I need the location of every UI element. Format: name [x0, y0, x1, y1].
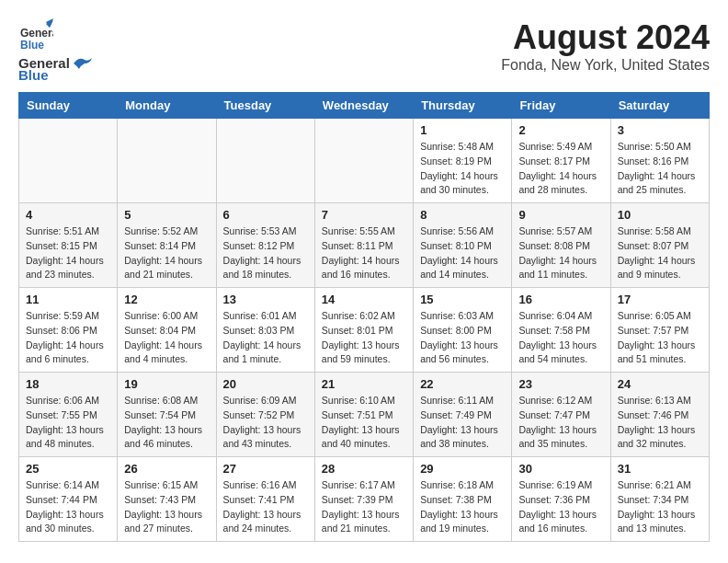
calendar-cell: 11 Sunrise: 5:59 AMSunset: 8:06 PMDaylig…	[19, 288, 118, 373]
calendar-cell: 21 Sunrise: 6:10 AMSunset: 7:51 PMDaylig…	[314, 373, 413, 457]
calendar-cell: 7 Sunrise: 5:55 AMSunset: 8:11 PMDayligh…	[314, 203, 413, 288]
week-row-4: 25 Sunrise: 6:14 AMSunset: 7:44 PMDaylig…	[19, 457, 710, 542]
calendar-cell: 20 Sunrise: 6:09 AMSunset: 7:52 PMDaylig…	[216, 373, 314, 457]
calendar-cell: 1 Sunrise: 5:48 AMSunset: 8:19 PMDayligh…	[414, 119, 512, 203]
page-subtitle: Fonda, New York, United States	[501, 57, 710, 74]
calendar-cell: 10 Sunrise: 5:58 AMSunset: 8:07 PMDaylig…	[610, 203, 709, 288]
title-block: August 2024 Fonda, New York, United Stat…	[501, 18, 710, 74]
calendar-cell: 26 Sunrise: 6:15 AMSunset: 7:43 PMDaylig…	[118, 457, 216, 542]
day-info: Sunrise: 6:04 AMSunset: 7:58 PMDaylight:…	[518, 310, 597, 364]
day-number: 29	[420, 462, 505, 476]
day-number: 6	[223, 208, 308, 222]
calendar-cell: 4 Sunrise: 5:51 AMSunset: 8:15 PMDayligh…	[19, 203, 118, 288]
calendar-cell: 5 Sunrise: 5:52 AMSunset: 8:14 PMDayligh…	[118, 203, 216, 288]
calendar-cell: 12 Sunrise: 6:00 AMSunset: 8:04 PMDaylig…	[118, 288, 216, 373]
day-number: 25	[26, 462, 110, 476]
day-info: Sunrise: 6:10 AMSunset: 7:51 PMDaylight:…	[322, 395, 400, 449]
day-info: Sunrise: 5:55 AMSunset: 8:11 PMDaylight:…	[322, 225, 400, 280]
calendar-cell: 2 Sunrise: 5:49 AMSunset: 8:17 PMDayligh…	[512, 119, 610, 203]
calendar-cell	[314, 119, 413, 203]
calendar-cell	[118, 119, 216, 203]
calendar-cell: 6 Sunrise: 5:53 AMSunset: 8:12 PMDayligh…	[216, 203, 314, 288]
day-number: 3	[618, 123, 702, 137]
day-header-saturday: Saturday	[610, 93, 709, 119]
day-number: 16	[518, 293, 603, 306]
calendar-cell: 23 Sunrise: 6:12 AMSunset: 7:47 PMDaylig…	[512, 373, 610, 457]
day-info: Sunrise: 6:08 AMSunset: 7:54 PMDaylight:…	[124, 395, 202, 449]
day-info: Sunrise: 5:50 AMSunset: 8:16 PMDaylight:…	[618, 141, 696, 195]
calendar-cell: 15 Sunrise: 6:03 AMSunset: 8:00 PMDaylig…	[414, 288, 512, 373]
day-number: 19	[124, 377, 209, 391]
day-info: Sunrise: 6:06 AMSunset: 7:55 PMDaylight:…	[26, 395, 104, 449]
day-number: 27	[223, 462, 308, 476]
day-info: Sunrise: 6:03 AMSunset: 8:00 PMDaylight:…	[420, 310, 498, 364]
day-info: Sunrise: 5:57 AMSunset: 8:08 PMDaylight:…	[518, 225, 597, 280]
day-info: Sunrise: 6:05 AMSunset: 7:57 PMDaylight:…	[618, 310, 696, 364]
calendar-cell	[19, 119, 118, 203]
day-info: Sunrise: 5:52 AMSunset: 8:14 PMDaylight:…	[124, 225, 202, 280]
calendar-cell: 28 Sunrise: 6:17 AMSunset: 7:39 PMDaylig…	[314, 457, 413, 542]
calendar-cell: 22 Sunrise: 6:11 AMSunset: 7:49 PMDaylig…	[414, 373, 512, 457]
calendar-cell: 30 Sunrise: 6:19 AMSunset: 7:36 PMDaylig…	[512, 457, 610, 542]
day-number: 15	[420, 293, 505, 306]
day-info: Sunrise: 6:18 AMSunset: 7:38 PMDaylight:…	[420, 479, 498, 534]
day-number: 11	[26, 293, 110, 306]
calendar-cell: 8 Sunrise: 5:56 AMSunset: 8:10 PMDayligh…	[414, 203, 512, 288]
calendar-cell: 19 Sunrise: 6:08 AMSunset: 7:54 PMDaylig…	[118, 373, 216, 457]
calendar-cell: 17 Sunrise: 6:05 AMSunset: 7:57 PMDaylig…	[610, 288, 709, 373]
calendar-cell: 24 Sunrise: 6:13 AMSunset: 7:46 PMDaylig…	[610, 373, 709, 457]
day-info: Sunrise: 5:51 AMSunset: 8:15 PMDaylight:…	[26, 225, 104, 280]
svg-text:Blue: Blue	[20, 39, 44, 52]
day-number: 24	[618, 377, 702, 391]
day-number: 14	[322, 293, 406, 306]
day-info: Sunrise: 6:12 AMSunset: 7:47 PMDaylight:…	[518, 395, 597, 449]
calendar-cell: 13 Sunrise: 6:01 AMSunset: 8:03 PMDaylig…	[216, 288, 314, 373]
calendar-cell: 29 Sunrise: 6:18 AMSunset: 7:38 PMDaylig…	[414, 457, 512, 542]
calendar-cell: 18 Sunrise: 6:06 AMSunset: 7:55 PMDaylig…	[19, 373, 118, 457]
calendar-cell: 25 Sunrise: 6:14 AMSunset: 7:44 PMDaylig…	[19, 457, 118, 542]
day-number: 26	[124, 462, 209, 476]
day-number: 8	[420, 208, 505, 222]
logo-blue: Blue	[18, 67, 49, 83]
logo: General Blue General Blue	[18, 18, 94, 83]
calendar-cell	[216, 119, 314, 203]
week-row-1: 4 Sunrise: 5:51 AMSunset: 8:15 PMDayligh…	[19, 203, 710, 288]
day-number: 20	[223, 377, 308, 391]
day-number: 5	[124, 208, 209, 222]
day-info: Sunrise: 6:13 AMSunset: 7:46 PMDaylight:…	[618, 395, 696, 449]
week-row-3: 18 Sunrise: 6:06 AMSunset: 7:55 PMDaylig…	[19, 373, 710, 457]
day-number: 1	[420, 123, 505, 137]
day-number: 28	[322, 462, 406, 476]
day-header-tuesday: Tuesday	[216, 93, 314, 119]
day-info: Sunrise: 6:16 AMSunset: 7:41 PMDaylight:…	[223, 479, 301, 534]
day-header-monday: Monday	[118, 93, 216, 119]
day-info: Sunrise: 5:49 AMSunset: 8:17 PMDaylight:…	[518, 141, 597, 195]
day-number: 18	[26, 377, 110, 391]
day-info: Sunrise: 5:59 AMSunset: 8:06 PMDaylight:…	[26, 310, 104, 364]
logo-bird-icon	[72, 56, 92, 71]
day-info: Sunrise: 5:58 AMSunset: 8:07 PMDaylight:…	[618, 225, 696, 280]
day-info: Sunrise: 6:17 AMSunset: 7:39 PMDaylight:…	[322, 479, 400, 534]
day-header-friday: Friday	[512, 93, 610, 119]
day-number: 13	[223, 293, 308, 306]
day-header-wednesday: Wednesday	[314, 93, 413, 119]
day-header-sunday: Sunday	[19, 93, 118, 119]
calendar-cell: 14 Sunrise: 6:02 AMSunset: 8:01 PMDaylig…	[314, 288, 413, 373]
day-number: 10	[618, 208, 702, 222]
calendar-cell: 3 Sunrise: 5:50 AMSunset: 8:16 PMDayligh…	[610, 119, 709, 203]
day-info: Sunrise: 5:53 AMSunset: 8:12 PMDaylight:…	[223, 225, 301, 280]
day-info: Sunrise: 6:21 AMSunset: 7:34 PMDaylight:…	[618, 479, 696, 534]
day-number: 9	[518, 208, 603, 222]
day-number: 4	[26, 208, 110, 222]
calendar-cell: 27 Sunrise: 6:16 AMSunset: 7:41 PMDaylig…	[216, 457, 314, 542]
page-title: August 2024	[501, 18, 710, 57]
day-header-thursday: Thursday	[414, 93, 512, 119]
day-info: Sunrise: 6:11 AMSunset: 7:49 PMDaylight:…	[420, 395, 498, 449]
day-number: 23	[518, 377, 603, 391]
svg-text:General: General	[20, 27, 53, 40]
day-info: Sunrise: 5:48 AMSunset: 8:19 PMDaylight:…	[420, 141, 498, 195]
day-number: 7	[322, 208, 406, 222]
day-info: Sunrise: 6:19 AMSunset: 7:36 PMDaylight:…	[518, 479, 597, 534]
day-number: 31	[618, 462, 702, 476]
day-number: 21	[322, 377, 406, 391]
